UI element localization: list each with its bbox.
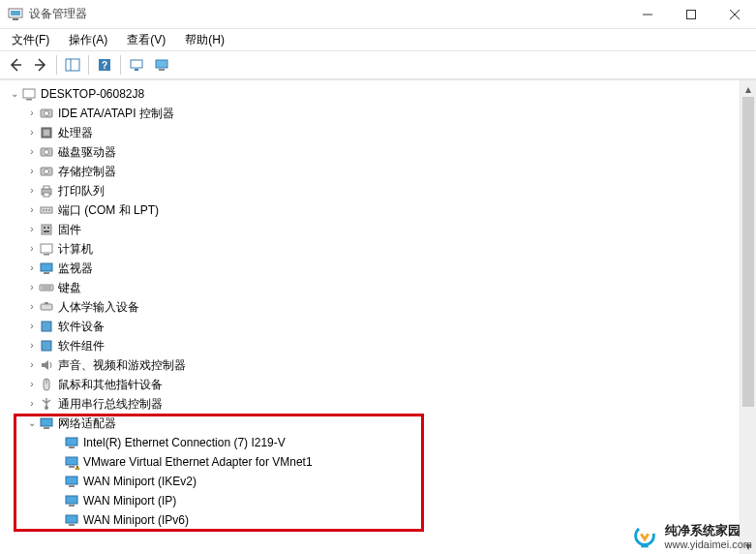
collapse-icon[interactable]: ⌄: [25, 414, 39, 433]
expand-icon[interactable]: ›: [25, 104, 39, 123]
expand-icon[interactable]: ›: [25, 181, 39, 200]
svg-point-67: [635, 527, 653, 545]
tree-item[interactable]: ›通用串行总线控制器: [4, 394, 756, 414]
tree-item-network-adapters[interactable]: ⌄网络适配器: [4, 414, 756, 433]
expand-icon[interactable]: ›: [25, 142, 39, 162]
svg-rect-56: [69, 446, 75, 448]
svg-rect-34: [47, 227, 49, 229]
tree-node-label: WAN Miniport (IP): [83, 491, 176, 510]
svg-rect-2: [13, 18, 18, 20]
tree-item[interactable]: ›软件组件: [4, 336, 756, 355]
svg-rect-54: [44, 427, 49, 429]
tree-node-label: DESKTOP-06082J8: [41, 84, 144, 104]
devices-button[interactable]: [150, 53, 173, 77]
scroll-up-icon[interactable]: ▴: [741, 80, 756, 97]
net-icon: [64, 474, 79, 489]
net-icon: [64, 512, 79, 528]
expand-icon[interactable]: ›: [25, 317, 39, 336]
tree-item[interactable]: ›声音、视频和游戏控制器: [4, 355, 756, 375]
scroll-thumb[interactable]: [742, 97, 754, 407]
net-icon: [39, 261, 54, 276]
tree-node-label: 固件: [58, 220, 81, 239]
forward-button[interactable]: [29, 53, 52, 77]
expand-icon[interactable]: ›: [25, 375, 39, 394]
tree-item[interactable]: ›软件设备: [4, 317, 756, 336]
help-button[interactable]: ?: [93, 53, 116, 77]
printer-icon: [39, 183, 54, 199]
vertical-scrollbar[interactable]: ▴ ▾: [740, 80, 756, 554]
svg-rect-58: [69, 466, 75, 468]
fw-icon: [39, 222, 54, 237]
minimize-button[interactable]: [625, 0, 669, 29]
tree-subitem-network-adapter[interactable]: !VMware Virtual Ethernet Adapter for VMn…: [4, 452, 756, 472]
expand-icon[interactable]: ›: [25, 123, 39, 142]
svg-rect-39: [44, 272, 49, 274]
expand-icon[interactable]: ›: [25, 200, 39, 220]
svg-text:!: !: [76, 465, 77, 470]
svg-rect-4: [686, 10, 695, 18]
svg-text:?: ?: [102, 60, 107, 71]
scan-hardware-button[interactable]: [125, 53, 148, 77]
expand-icon[interactable]: ›: [25, 336, 39, 355]
collapse-icon[interactable]: ⌄: [8, 84, 21, 104]
title-bar: 设备管理器: [0, 0, 756, 29]
menu-view[interactable]: 查看(V): [121, 30, 171, 50]
tree-node-label: 监视器: [58, 259, 93, 278]
tree-subitem-network-adapter[interactable]: WAN Miniport (IKEv2): [4, 472, 756, 491]
tree-item[interactable]: ›键盘: [4, 278, 756, 297]
tree-node-label: Intel(R) Ethernet Connection (7) I219-V: [83, 433, 286, 452]
toolbar-separator: [56, 55, 57, 75]
sw-icon: [39, 319, 54, 334]
svg-rect-32: [42, 225, 51, 234]
net-icon: [64, 493, 79, 508]
expand-icon[interactable]: ›: [25, 162, 39, 181]
close-button[interactable]: [712, 0, 756, 29]
device-tree[interactable]: ⌄DESKTOP-06082J8›IDE ATA/ATAPI 控制器›处理器›磁…: [0, 80, 756, 534]
tree-item[interactable]: ›磁盘驱动器: [4, 142, 756, 162]
menu-help[interactable]: 帮助(H): [179, 30, 230, 50]
svg-rect-68: [641, 545, 649, 548]
tree-item[interactable]: ›鼠标和其他指针设备: [4, 375, 756, 394]
tree-root[interactable]: ⌄DESKTOP-06082J8: [4, 84, 756, 104]
svg-rect-1: [11, 11, 20, 15]
tree-subitem-network-adapter[interactable]: Intel(R) Ethernet Connection (7) I219-V: [4, 433, 756, 452]
expand-icon[interactable]: ›: [25, 259, 39, 278]
svg-rect-7: [66, 59, 79, 71]
tree-item[interactable]: ›打印队列: [4, 181, 756, 200]
maximize-button[interactable]: [669, 0, 712, 29]
menu-bar: 文件(F) 操作(A) 查看(V) 帮助(H): [0, 29, 756, 50]
back-button[interactable]: [4, 53, 27, 77]
mouse-icon: [39, 377, 54, 392]
audio-icon: [39, 357, 54, 373]
menu-file[interactable]: 文件(F): [6, 30, 55, 50]
svg-rect-36: [41, 244, 52, 253]
tree-item[interactable]: ›人体学输入设备: [4, 297, 756, 317]
tree-item[interactable]: ›IDE ATA/ATAPI 控制器: [4, 104, 756, 123]
svg-point-29: [43, 209, 45, 211]
tree-node-label: 人体学输入设备: [58, 297, 139, 317]
tree-item[interactable]: ›存储控制器: [4, 162, 756, 181]
svg-rect-16: [26, 99, 32, 101]
expand-icon[interactable]: ›: [25, 297, 39, 317]
tree-node-label: 键盘: [58, 278, 81, 297]
expand-icon[interactable]: ›: [25, 220, 39, 239]
tree-node-label: 鼠标和其他指针设备: [58, 375, 163, 394]
tree-item[interactable]: ›监视器: [4, 259, 756, 278]
svg-rect-43: [41, 304, 52, 310]
expand-icon[interactable]: ›: [25, 239, 39, 259]
net-icon: !: [64, 454, 79, 470]
menu-action[interactable]: 操作(A): [63, 30, 113, 50]
expand-icon[interactable]: ›: [25, 278, 39, 297]
expand-icon[interactable]: ›: [25, 355, 39, 375]
tree-item[interactable]: ›处理器: [4, 123, 756, 142]
show-hide-tree-button[interactable]: [61, 53, 84, 77]
port-icon: [39, 202, 54, 218]
expand-icon[interactable]: ›: [25, 394, 39, 414]
tree-item[interactable]: ›固件: [4, 220, 756, 239]
tree-subitem-network-adapter[interactable]: WAN Miniport (IP): [4, 491, 756, 510]
cpu-icon: [39, 125, 54, 140]
tree-item[interactable]: ›端口 (COM 和 LPT): [4, 200, 756, 220]
tree-item[interactable]: ›计算机: [4, 239, 756, 259]
svg-rect-55: [66, 438, 77, 446]
svg-rect-20: [44, 130, 49, 136]
